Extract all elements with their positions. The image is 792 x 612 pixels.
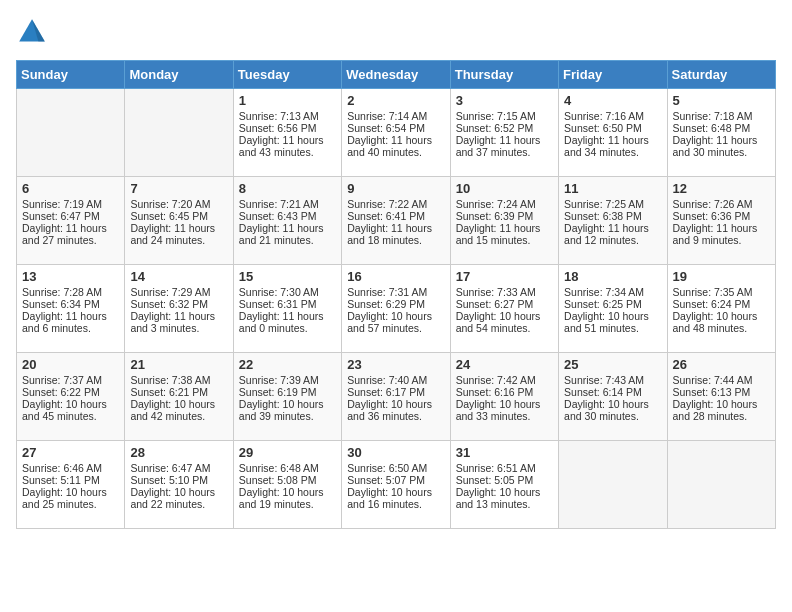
- day-header-tuesday: Tuesday: [233, 61, 341, 89]
- sunset: Sunset: 6:54 PM: [347, 122, 425, 134]
- daylight: Daylight: 10 hours and 22 minutes.: [130, 486, 215, 510]
- day-number: 26: [673, 357, 770, 372]
- calendar-cell: 20Sunrise: 7:37 AMSunset: 6:22 PMDayligh…: [17, 353, 125, 441]
- day-number: 14: [130, 269, 227, 284]
- calendar-cell: 19Sunrise: 7:35 AMSunset: 6:24 PMDayligh…: [667, 265, 775, 353]
- sunrise: Sunrise: 7:40 AM: [347, 374, 427, 386]
- daylight: Daylight: 11 hours and 9 minutes.: [673, 222, 758, 246]
- calendar-cell: 2Sunrise: 7:14 AMSunset: 6:54 PMDaylight…: [342, 89, 450, 177]
- calendar-cell: [125, 89, 233, 177]
- day-number: 11: [564, 181, 661, 196]
- day-header-wednesday: Wednesday: [342, 61, 450, 89]
- calendar-cell: 3Sunrise: 7:15 AMSunset: 6:52 PMDaylight…: [450, 89, 558, 177]
- sunset: Sunset: 6:48 PM: [673, 122, 751, 134]
- calendar-cell: 15Sunrise: 7:30 AMSunset: 6:31 PMDayligh…: [233, 265, 341, 353]
- daylight: Daylight: 11 hours and 15 minutes.: [456, 222, 541, 246]
- day-number: 30: [347, 445, 444, 460]
- daylight: Daylight: 10 hours and 16 minutes.: [347, 486, 432, 510]
- day-number: 13: [22, 269, 119, 284]
- daylight: Daylight: 11 hours and 30 minutes.: [673, 134, 758, 158]
- sunrise: Sunrise: 7:19 AM: [22, 198, 102, 210]
- sunrise: Sunrise: 7:34 AM: [564, 286, 644, 298]
- daylight: Daylight: 10 hours and 30 minutes.: [564, 398, 649, 422]
- calendar-week-row: 20Sunrise: 7:37 AMSunset: 6:22 PMDayligh…: [17, 353, 776, 441]
- sunset: Sunset: 5:11 PM: [22, 474, 100, 486]
- sunrise: Sunrise: 7:44 AM: [673, 374, 753, 386]
- day-header-friday: Friday: [559, 61, 667, 89]
- daylight: Daylight: 10 hours and 39 minutes.: [239, 398, 324, 422]
- sunrise: Sunrise: 7:37 AM: [22, 374, 102, 386]
- sunrise: Sunrise: 7:43 AM: [564, 374, 644, 386]
- daylight: Daylight: 11 hours and 43 minutes.: [239, 134, 324, 158]
- sunset: Sunset: 5:07 PM: [347, 474, 425, 486]
- daylight: Daylight: 10 hours and 51 minutes.: [564, 310, 649, 334]
- day-number: 18: [564, 269, 661, 284]
- day-number: 22: [239, 357, 336, 372]
- calendar-week-row: 1Sunrise: 7:13 AMSunset: 6:56 PMDaylight…: [17, 89, 776, 177]
- day-number: 17: [456, 269, 553, 284]
- sunrise: Sunrise: 7:25 AM: [564, 198, 644, 210]
- day-number: 3: [456, 93, 553, 108]
- sunset: Sunset: 5:10 PM: [130, 474, 208, 486]
- sunrise: Sunrise: 7:29 AM: [130, 286, 210, 298]
- day-number: 21: [130, 357, 227, 372]
- sunrise: Sunrise: 7:28 AM: [22, 286, 102, 298]
- day-number: 29: [239, 445, 336, 460]
- daylight: Daylight: 10 hours and 13 minutes.: [456, 486, 541, 510]
- daylight: Daylight: 10 hours and 42 minutes.: [130, 398, 215, 422]
- sunrise: Sunrise: 7:18 AM: [673, 110, 753, 122]
- calendar-table: SundayMondayTuesdayWednesdayThursdayFrid…: [16, 60, 776, 529]
- daylight: Daylight: 11 hours and 34 minutes.: [564, 134, 649, 158]
- calendar-cell: 8Sunrise: 7:21 AMSunset: 6:43 PMDaylight…: [233, 177, 341, 265]
- calendar-cell: 13Sunrise: 7:28 AMSunset: 6:34 PMDayligh…: [17, 265, 125, 353]
- daylight: Daylight: 11 hours and 3 minutes.: [130, 310, 215, 334]
- sunset: Sunset: 6:50 PM: [564, 122, 642, 134]
- sunrise: Sunrise: 7:30 AM: [239, 286, 319, 298]
- sunrise: Sunrise: 7:24 AM: [456, 198, 536, 210]
- day-header-monday: Monday: [125, 61, 233, 89]
- calendar-cell: 17Sunrise: 7:33 AMSunset: 6:27 PMDayligh…: [450, 265, 558, 353]
- sunrise: Sunrise: 6:46 AM: [22, 462, 102, 474]
- sunset: Sunset: 6:52 PM: [456, 122, 534, 134]
- sunset: Sunset: 6:32 PM: [130, 298, 208, 310]
- calendar-body: 1Sunrise: 7:13 AMSunset: 6:56 PMDaylight…: [17, 89, 776, 529]
- day-number: 27: [22, 445, 119, 460]
- day-number: 31: [456, 445, 553, 460]
- sunset: Sunset: 6:16 PM: [456, 386, 534, 398]
- sunrise: Sunrise: 7:15 AM: [456, 110, 536, 122]
- calendar-cell: 29Sunrise: 6:48 AMSunset: 5:08 PMDayligh…: [233, 441, 341, 529]
- day-number: 16: [347, 269, 444, 284]
- sunset: Sunset: 6:25 PM: [564, 298, 642, 310]
- calendar-cell: 21Sunrise: 7:38 AMSunset: 6:21 PMDayligh…: [125, 353, 233, 441]
- day-header-thursday: Thursday: [450, 61, 558, 89]
- calendar-cell: 25Sunrise: 7:43 AMSunset: 6:14 PMDayligh…: [559, 353, 667, 441]
- calendar-cell: 27Sunrise: 6:46 AMSunset: 5:11 PMDayligh…: [17, 441, 125, 529]
- sunset: Sunset: 6:38 PM: [564, 210, 642, 222]
- calendar-cell: 22Sunrise: 7:39 AMSunset: 6:19 PMDayligh…: [233, 353, 341, 441]
- daylight: Daylight: 11 hours and 12 minutes.: [564, 222, 649, 246]
- daylight: Daylight: 11 hours and 6 minutes.: [22, 310, 107, 334]
- sunrise: Sunrise: 7:16 AM: [564, 110, 644, 122]
- sunset: Sunset: 5:08 PM: [239, 474, 317, 486]
- day-number: 19: [673, 269, 770, 284]
- sunrise: Sunrise: 7:33 AM: [456, 286, 536, 298]
- sunrise: Sunrise: 7:14 AM: [347, 110, 427, 122]
- day-number: 6: [22, 181, 119, 196]
- logo-icon: [16, 16, 48, 48]
- sunset: Sunset: 6:43 PM: [239, 210, 317, 222]
- sunset: Sunset: 6:27 PM: [456, 298, 534, 310]
- sunrise: Sunrise: 6:51 AM: [456, 462, 536, 474]
- calendar-cell: 26Sunrise: 7:44 AMSunset: 6:13 PMDayligh…: [667, 353, 775, 441]
- calendar-header-row: SundayMondayTuesdayWednesdayThursdayFrid…: [17, 61, 776, 89]
- calendar-cell: 4Sunrise: 7:16 AMSunset: 6:50 PMDaylight…: [559, 89, 667, 177]
- sunrise: Sunrise: 7:26 AM: [673, 198, 753, 210]
- sunrise: Sunrise: 7:38 AM: [130, 374, 210, 386]
- daylight: Daylight: 11 hours and 21 minutes.: [239, 222, 324, 246]
- sunset: Sunset: 6:22 PM: [22, 386, 100, 398]
- calendar-cell: 12Sunrise: 7:26 AMSunset: 6:36 PMDayligh…: [667, 177, 775, 265]
- sunset: Sunset: 6:19 PM: [239, 386, 317, 398]
- day-number: 10: [456, 181, 553, 196]
- calendar-cell: [17, 89, 125, 177]
- sunrise: Sunrise: 6:48 AM: [239, 462, 319, 474]
- sunrise: Sunrise: 6:47 AM: [130, 462, 210, 474]
